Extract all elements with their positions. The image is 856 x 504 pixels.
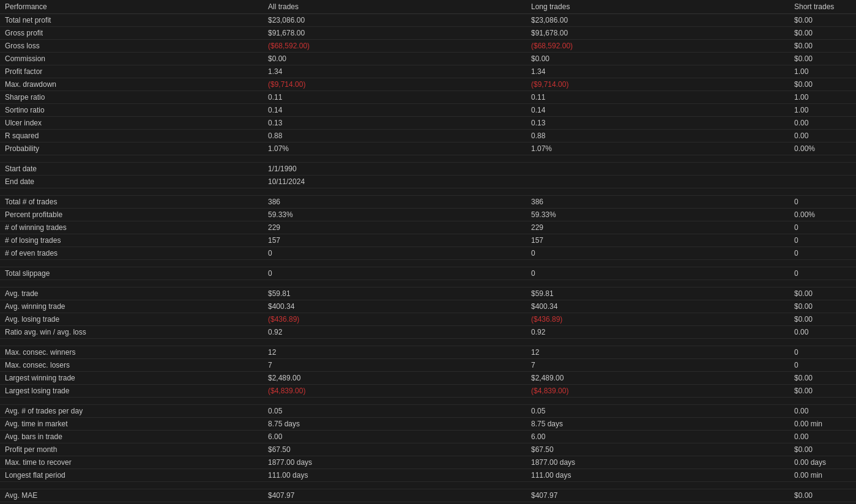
row-long: 157 <box>526 234 789 247</box>
row-short: 0 <box>789 221 856 234</box>
row-label: # of even trades <box>0 247 263 260</box>
table-row: Avg. time in market8.75 days8.75 days0.0… <box>0 418 856 431</box>
row-all: 0.92 <box>263 326 526 339</box>
row-long: 0.92 <box>526 326 789 339</box>
row-label: # of winning trades <box>0 221 263 234</box>
row-short: 1.00 <box>789 104 856 117</box>
row-all: 7 <box>263 359 526 372</box>
table-row: End date10/11/2024 <box>0 176 856 188</box>
row-label: Sharpe ratio <box>0 91 263 104</box>
row-long: $67.50 <box>526 443 789 456</box>
row-label: Avg. trade <box>0 287 263 300</box>
row-short: $0.00 <box>789 385 856 398</box>
row-label: # of losing trades <box>0 234 263 247</box>
header-all-trades: All trades <box>263 0 526 14</box>
table-row: Profit per month$67.50$67.50$0.00 <box>0 443 856 456</box>
row-label: Sortino ratio <box>0 104 263 117</box>
table-row: Total slippage000 <box>0 267 856 280</box>
row-label: Avg. MFE <box>0 502 263 505</box>
table-row: Percent profitable59.33%59.33%0.00% <box>0 209 856 221</box>
row-label: Total # of trades <box>0 196 263 209</box>
row-long: 111.00 days <box>526 469 789 482</box>
row-all: $91,678.00 <box>263 27 526 40</box>
table-row: Avg. trade$59.81$59.81$0.00 <box>0 287 856 300</box>
table-row <box>0 260 856 267</box>
row-short: $0.00 <box>789 489 856 502</box>
table-row <box>0 155 856 163</box>
row-label: Profit factor <box>0 65 263 78</box>
table-row: Avg. bars in trade6.006.000.00 <box>0 431 856 443</box>
row-long: 59.33% <box>526 209 789 221</box>
row-short: 0 <box>789 234 856 247</box>
row-short: $0.00 <box>789 372 856 385</box>
row-short: 0 <box>789 267 856 280</box>
row-all: 229 <box>263 221 526 234</box>
table-row: Largest winning trade$2,489.00$2,489.00$… <box>0 372 856 385</box>
table-row: Profit factor1.341.341.00 <box>0 65 856 78</box>
row-short: 0.00 <box>789 405 856 418</box>
row-label: Max. consec. winners <box>0 346 263 359</box>
row-all: $0.00 <box>263 53 526 65</box>
row-label: Max. time to recover <box>0 456 263 469</box>
row-all: $406.45 <box>263 502 526 505</box>
table-row: Total net profit$23,086.00$23,086.00$0.0… <box>0 14 856 27</box>
row-short: $0.00 <box>789 300 856 313</box>
row-short: 0.00 <box>789 130 856 143</box>
row-long: 229 <box>526 221 789 234</box>
row-short: 0.00 <box>789 431 856 443</box>
row-short: $0.00 <box>789 27 856 40</box>
header-performance: Performance <box>0 0 263 14</box>
row-long: 0.14 <box>526 104 789 117</box>
table-row: R squared0.880.880.00 <box>0 130 856 143</box>
row-short: 0 <box>789 359 856 372</box>
table-row: Avg. winning trade$400.34$400.34$0.00 <box>0 300 856 313</box>
row-long: 1877.00 days <box>526 456 789 469</box>
table-header: Performance All trades Long trades Short… <box>0 0 856 14</box>
table-row: Sharpe ratio0.110.111.00 <box>0 91 856 104</box>
header-short-trades: Short trades <box>789 0 856 14</box>
row-long: ($4,839.00) <box>526 385 789 398</box>
row-short: 0.00 <box>789 326 856 339</box>
row-all: 0.14 <box>263 104 526 117</box>
row-all: ($436.89) <box>263 313 526 326</box>
row-short: 0.00 min <box>789 418 856 431</box>
row-long: 0.88 <box>526 130 789 143</box>
row-label: Probability <box>0 143 263 155</box>
row-label: Commission <box>0 53 263 65</box>
row-all: ($9,714.00) <box>263 78 526 91</box>
table-row: Gross profit$91,678.00$91,678.00$0.00 <box>0 27 856 40</box>
row-short: 0.00 days <box>789 456 856 469</box>
row-label: Avg. bars in trade <box>0 431 263 443</box>
row-all: $2,489.00 <box>263 372 526 385</box>
row-short: 1.00 <box>789 91 856 104</box>
row-all: 1877.00 days <box>263 456 526 469</box>
row-all: ($4,839.00) <box>263 385 526 398</box>
row-long <box>526 163 789 176</box>
row-long: $59.81 <box>526 287 789 300</box>
row-label: Max. consec. losers <box>0 359 263 372</box>
row-label: Gross profit <box>0 27 263 40</box>
row-label: End date <box>0 176 263 188</box>
table-row: Largest losing trade($4,839.00)($4,839.0… <box>0 385 856 398</box>
row-long: ($68,592.00) <box>526 40 789 53</box>
row-all: $407.97 <box>263 489 526 502</box>
row-label: Ulcer index <box>0 117 263 130</box>
row-long: 0 <box>526 247 789 260</box>
table-row: # of losing trades1571570 <box>0 234 856 247</box>
row-all: 12 <box>263 346 526 359</box>
table-row: Start date1/1/1990 <box>0 163 856 176</box>
row-long: 6.00 <box>526 431 789 443</box>
row-long: $91,678.00 <box>526 27 789 40</box>
table-row: Probability1.07%1.07%0.00% <box>0 143 856 155</box>
row-long: 7 <box>526 359 789 372</box>
row-all: 0.88 <box>263 130 526 143</box>
row-long: 0.05 <box>526 405 789 418</box>
row-short: 1.00 <box>789 65 856 78</box>
row-short: $0.00 <box>789 443 856 456</box>
row-long <box>526 176 789 188</box>
row-long: 1.07% <box>526 143 789 155</box>
row-long: $2,489.00 <box>526 372 789 385</box>
table-row <box>0 482 856 489</box>
row-all: 386 <box>263 196 526 209</box>
row-long: 0.13 <box>526 117 789 130</box>
